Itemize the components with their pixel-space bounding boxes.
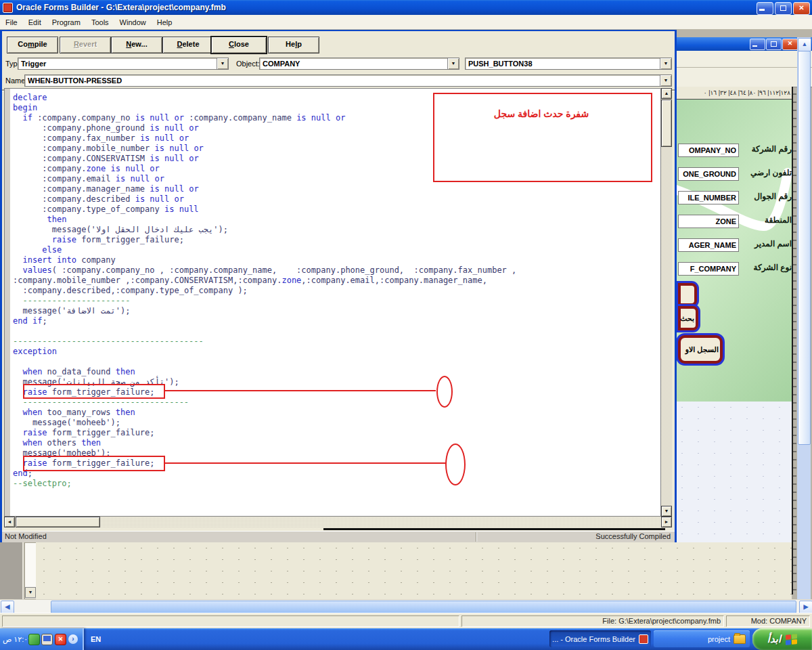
object-combobox[interactable]: COMPANY ▼ — [259, 58, 459, 70]
folder-icon — [734, 634, 746, 644]
code-hscrollbar[interactable]: ◄ ► — [4, 517, 672, 527]
grid-canvas[interactable] — [36, 542, 792, 599]
revert-button[interactable]: Revert — [60, 37, 111, 53]
code-vscrollbar[interactable]: ▲ ▼ — [661, 88, 672, 517]
menu-window[interactable]: Window — [114, 18, 152, 26]
code-line: when too_many_rows then — [13, 408, 516, 418]
field-input[interactable]: ONE_GROUND — [678, 167, 739, 181]
tray-expand-icon[interactable]: › — [68, 634, 78, 644]
menu-help[interactable]: Help — [152, 18, 178, 26]
designer-minimize-icon[interactable] — [750, 39, 765, 50]
designer-toolbar: ؟ — [674, 51, 812, 87]
field-label: رقم الجوال — [743, 192, 792, 201]
object-item-combobox[interactable]: PUSH_BUTTON38 ▼ — [465, 58, 672, 70]
help-button[interactable]: Help — [268, 37, 319, 53]
vscroll-thumb[interactable] — [798, 51, 811, 445]
code-line: values( :company.company_no , :company.c… — [13, 265, 516, 276]
scroll-right-icon[interactable]: ► — [661, 517, 672, 527]
compile-status: Successfully Compiled — [595, 532, 671, 542]
menu-file[interactable]: File — [0, 18, 23, 26]
code-line: end if; — [13, 316, 516, 326]
taskbar: ١٢:٠٩ ص ✕ › EN ... - Oracle Forms Builde… — [0, 628, 812, 650]
scroll-left-icon[interactable]: ◀ — [1, 601, 14, 614]
designer-hscrollbar[interactable]: ◀ ▶ — [0, 599, 812, 613]
annotation-label: شفرة حدث اضافة سجل — [440, 108, 643, 119]
new-button[interactable]: New... — [111, 37, 162, 53]
field-label: رقم الشركة — [743, 144, 792, 154]
scroll-left-icon[interactable]: ◄ — [4, 517, 15, 527]
scroll-down-icon[interactable]: ▼ — [25, 587, 36, 598]
designer-button-1[interactable] — [678, 283, 697, 306]
mini-vscrollbar[interactable]: ▼ — [24, 542, 37, 599]
annotation-highlight-2 — [23, 456, 165, 471]
annotation-highlight-1 — [23, 384, 165, 399]
code-margin — [5, 89, 10, 516]
task-project-folder[interactable]: project — [654, 630, 750, 647]
field-input[interactable]: OMPANY_NO — [678, 144, 739, 157]
chevron-down-icon[interactable]: ▼ — [660, 75, 671, 86]
code-line: :company.described,:company.type_of_comp… — [13, 286, 516, 296]
task-oracle-forms-builder[interactable]: ... - Oracle Forms Builder — [549, 630, 651, 647]
main-statusbar: File: G:\Extera\project\company.fmb Mod:… — [0, 613, 812, 629]
security-alert-icon[interactable]: ✕ — [55, 634, 66, 645]
field-row: AGER_NAMEاسم المدير — [678, 238, 793, 253]
minimize-icon[interactable] — [757, 2, 773, 15]
code-line: message('moheeb'); — [13, 418, 516, 428]
designer-vscrollbar[interactable]: ▲ — [797, 37, 811, 599]
chevron-down-icon[interactable]: ▼ — [660, 58, 671, 69]
field-input[interactable]: F_COMPANY — [678, 262, 739, 276]
menu-tools[interactable]: Tools — [86, 18, 114, 26]
app-icon — [3, 3, 13, 13]
code-line: else — [13, 245, 516, 255]
screen: Oracle Forms Builder - G:\Extera\project… — [0, 0, 812, 650]
scroll-up-icon[interactable]: ▲ — [798, 38, 811, 51]
hscroll-thumb[interactable] — [16, 517, 100, 527]
code-line: insert into company — [13, 255, 516, 265]
code-line — [13, 326, 516, 337]
scroll-down-icon[interactable]: ▼ — [661, 506, 672, 517]
status-segment-empty — [2, 615, 459, 627]
annotation-ellipse-2 — [445, 443, 466, 485]
menu-edit[interactable]: Edit — [23, 18, 47, 26]
network-icon[interactable] — [41, 634, 53, 645]
tray-app-icon[interactable] — [28, 634, 40, 645]
vscroll-thumb[interactable] — [661, 100, 672, 147]
modified-status: Not Modified — [5, 532, 47, 542]
code-line: --selectpro; — [13, 479, 516, 489]
language-indicator[interactable]: EN — [91, 628, 101, 650]
hscroll-thumb[interactable] — [51, 601, 796, 613]
palette-remnant — [0, 542, 24, 599]
chevron-down-icon[interactable]: ▼ — [447, 58, 459, 69]
code-line: ---------------------- — [13, 296, 516, 306]
designer-canvas[interactable]: OMPANY_NOرقم الشركةONE_GROUNDتلفون ارضيI… — [674, 100, 793, 402]
field-input[interactable]: ILE_NUMBER — [678, 191, 739, 204]
scroll-up-icon[interactable]: ▲ — [661, 88, 672, 99]
code-line: then — [13, 215, 516, 225]
window-title: Oracle Forms Builder - G:\Extera\project… — [16, 3, 226, 12]
system-tray: ١٢:٠٩ ص ✕ › — [0, 628, 84, 650]
designer-button-first-record[interactable]: السجل الاو — [678, 335, 723, 364]
divider — [323, 528, 665, 530]
type-combobox[interactable]: Trigger ▼ — [18, 58, 229, 70]
menu-program[interactable]: Program — [47, 18, 86, 26]
code-line: :company.manager_name is null or — [13, 184, 516, 194]
designer-close-icon[interactable]: ✕ — [782, 39, 798, 50]
restore-icon[interactable] — [775, 2, 792, 15]
field-input[interactable]: AGER_NAME — [678, 238, 739, 252]
menu-bar: FileEditProgramToolsWindowHelp — [0, 15, 812, 30]
field-input[interactable]: ZONE — [678, 215, 739, 228]
designer-button-search[interactable]: بحث — [678, 306, 698, 330]
field-row: ONE_GROUNDتلفون ارضي — [678, 167, 793, 182]
code-line: when others then — [13, 438, 516, 448]
scroll-right-icon[interactable]: ▶ — [799, 601, 812, 614]
close-icon[interactable]: ✕ — [793, 2, 810, 15]
name-combobox[interactable]: WHEN-BUTTON-PRESSED ▼ — [24, 74, 672, 87]
delete-button[interactable]: Delete — [162, 37, 214, 53]
code-line — [13, 357, 516, 367]
compile-button[interactable]: Compile — [7, 37, 58, 53]
start-button[interactable]: ابدأ — [752, 628, 812, 650]
code-line: --------------------------------------- — [13, 337, 516, 347]
designer-maximize-icon[interactable] — [766, 39, 782, 50]
close-button[interactable]: Close — [211, 37, 267, 53]
chevron-down-icon[interactable]: ▼ — [217, 58, 228, 69]
